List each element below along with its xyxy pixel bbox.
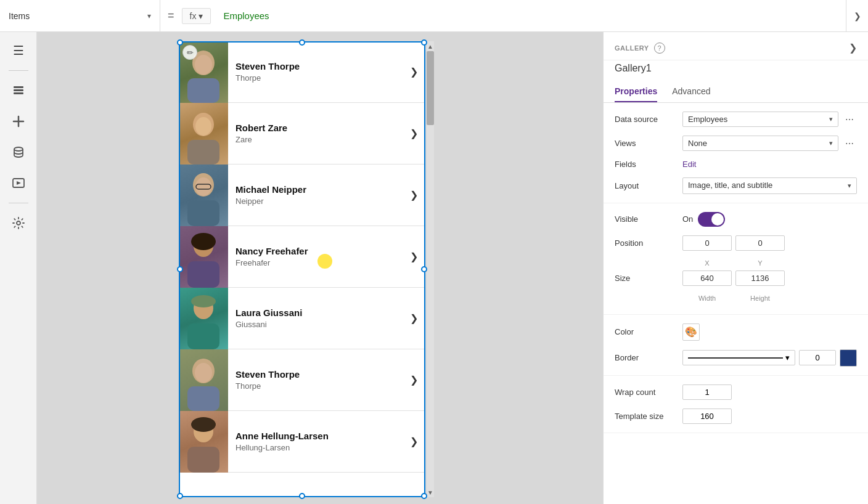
item-image-2 xyxy=(179,165,228,226)
scroll-arrow-up[interactable]: ▲ xyxy=(427,41,434,51)
tab-advanced[interactable]: Advanced xyxy=(672,81,710,102)
layout-arrow: ▾ xyxy=(848,182,851,190)
size-width-input[interactable] xyxy=(682,270,732,286)
position-y-input[interactable] xyxy=(735,235,785,251)
edit-icon-overlay-0[interactable]: ✏ xyxy=(182,45,197,60)
views-dropdown[interactable]: None ▾ xyxy=(682,136,838,151)
size-inputs xyxy=(682,270,857,286)
views-more-btn[interactable]: ⋯ xyxy=(842,136,857,151)
gallery-inner: ✏ Steven Thorpe Thorpe ❯ xyxy=(179,41,425,497)
item-subtitle-1: Zare xyxy=(235,135,403,144)
scroll-thumb[interactable] xyxy=(427,51,434,125)
template-row: Template size xyxy=(615,408,857,424)
sidebar-item-media[interactable] xyxy=(5,169,32,197)
datasource-dropdown[interactable]: Employees ▾ xyxy=(682,112,838,127)
datasource-arrow: ▾ xyxy=(829,115,833,123)
item-text-2: Michael Neipper Neipper xyxy=(228,177,410,213)
color-label: Color xyxy=(615,327,682,336)
help-icon[interactable]: ? xyxy=(654,43,665,54)
item-image-4 xyxy=(179,288,228,349)
wrap-row: Wrap count xyxy=(615,384,857,400)
gallery-item-5[interactable]: Steven Thorpe Thorpe ❯ xyxy=(179,349,425,411)
size-height-input[interactable] xyxy=(735,270,785,286)
fx-button[interactable]: fx ▾ xyxy=(182,8,211,24)
size-sub-labels: Width Height xyxy=(682,295,857,302)
items-dropdown[interactable]: Items ▾ xyxy=(0,0,160,31)
template-label: Template size xyxy=(615,412,682,421)
item-subtitle-3: Freehafer xyxy=(235,258,403,267)
gallery-item-2[interactable]: Michael Neipper Neipper ❯ xyxy=(179,165,425,226)
visible-toggle[interactable] xyxy=(698,212,725,227)
gallery-item-1[interactable]: Robert Zare Zare ❯ xyxy=(179,103,425,165)
scroll-arrow-down[interactable]: ▼ xyxy=(427,487,434,497)
item-text-4: Laura Giussani Giussani xyxy=(228,300,410,336)
color-border-section: Color 🎨 Border ▾ xyxy=(604,315,868,376)
panel-header: GALLERY ? ❯ xyxy=(604,32,868,60)
item-chevron-6: ❯ xyxy=(410,436,425,447)
color-swatch[interactable]: 🎨 xyxy=(682,323,700,341)
gallery-item-0[interactable]: ✏ Steven Thorpe Thorpe ❯ xyxy=(179,41,425,103)
sidebar-item-hamburger[interactable]: ☰ xyxy=(5,37,32,64)
svg-point-16 xyxy=(195,177,211,196)
tab-properties[interactable]: Properties xyxy=(615,81,657,102)
gallery-item-3[interactable]: Nancy Freehafer Freehafer ❯ xyxy=(179,226,425,288)
item-text-0: Steven Thorpe Thorpe xyxy=(228,54,410,90)
fields-edit-link[interactable]: Edit xyxy=(682,160,696,169)
svg-point-23 xyxy=(191,295,216,307)
item-name-3: Nancy Freehafer xyxy=(235,246,403,256)
gallery-item-6[interactable]: Anne Hellung-Larsen Hellung-Larsen ❯ xyxy=(179,411,425,473)
svg-rect-20 xyxy=(187,261,219,288)
pos-y-label: Y xyxy=(735,259,785,267)
border-value-input[interactable] xyxy=(799,350,836,365)
svg-rect-28 xyxy=(187,447,219,473)
datasource-row: Data source Employees ▾ ⋯ xyxy=(615,112,857,127)
items-dropdown-arrow: ▾ xyxy=(147,12,151,20)
svg-rect-22 xyxy=(187,323,219,349)
panel-collapse-arrow[interactable]: ❯ xyxy=(849,42,857,54)
scrollbar-track[interactable]: ▲ ▼ xyxy=(427,41,434,497)
formula-expand-arrow[interactable]: ❯ xyxy=(846,0,868,31)
item-subtitle-4: Giussani xyxy=(235,320,403,329)
wrap-section: Wrap count Template size xyxy=(604,376,868,433)
formula-bar[interactable]: Employees xyxy=(216,0,846,31)
position-sub-labels: X Y xyxy=(682,259,857,267)
item-chevron-1: ❯ xyxy=(410,128,425,139)
datasource-more-btn[interactable]: ⋯ xyxy=(842,112,857,127)
svg-point-29 xyxy=(191,417,216,432)
svg-point-19 xyxy=(191,233,216,250)
sidebar-item-tools[interactable] xyxy=(5,209,32,237)
border-color-swatch[interactable] xyxy=(840,349,857,367)
item-text-1: Robert Zare Zare xyxy=(228,115,410,152)
item-subtitle-2: Neipper xyxy=(235,197,403,206)
border-style-ctrl[interactable]: ▾ xyxy=(682,350,795,365)
formula-value: Employees xyxy=(223,10,269,21)
item-name-0: Steven Thorpe xyxy=(235,61,403,71)
sidebar-item-add[interactable] xyxy=(5,108,32,135)
template-input[interactable] xyxy=(682,408,732,424)
item-subtitle-5: Thorpe xyxy=(235,381,403,391)
border-control: ▾ xyxy=(682,349,857,367)
topbar: Items ▾ = fx ▾ Employees ❯ xyxy=(0,0,868,32)
gallery-item-4[interactable]: Laura Giussani Giussani ❯ xyxy=(179,288,425,349)
template-control xyxy=(682,408,857,424)
svg-rect-1 xyxy=(14,89,23,91)
item-name-2: Michael Neipper xyxy=(235,184,403,195)
item-chevron-5: ❯ xyxy=(410,374,425,386)
fields-control: Edit xyxy=(682,160,857,169)
wrap-input[interactable] xyxy=(682,384,732,400)
panel-title-label: GALLERY xyxy=(615,44,649,52)
border-label: Border xyxy=(615,353,682,362)
visible-section: Visible On Position X Y Size xyxy=(604,203,868,315)
position-x-input[interactable] xyxy=(682,235,732,251)
panel-tabs: Properties Advanced xyxy=(604,81,868,103)
layout-dropdown[interactable]: Image, title, and subtitle ▾ xyxy=(682,177,857,194)
item-name-1: Robert Zare xyxy=(235,123,403,133)
border-row: Border ▾ xyxy=(615,349,857,367)
border-line xyxy=(688,357,783,359)
datasource-label: Data source xyxy=(615,115,682,124)
sidebar-item-database[interactable] xyxy=(5,139,32,166)
svg-point-7 xyxy=(17,221,20,225)
sidebar-item-layers[interactable] xyxy=(5,77,32,104)
svg-point-5 xyxy=(14,147,23,151)
visible-on-label: On xyxy=(682,214,693,224)
